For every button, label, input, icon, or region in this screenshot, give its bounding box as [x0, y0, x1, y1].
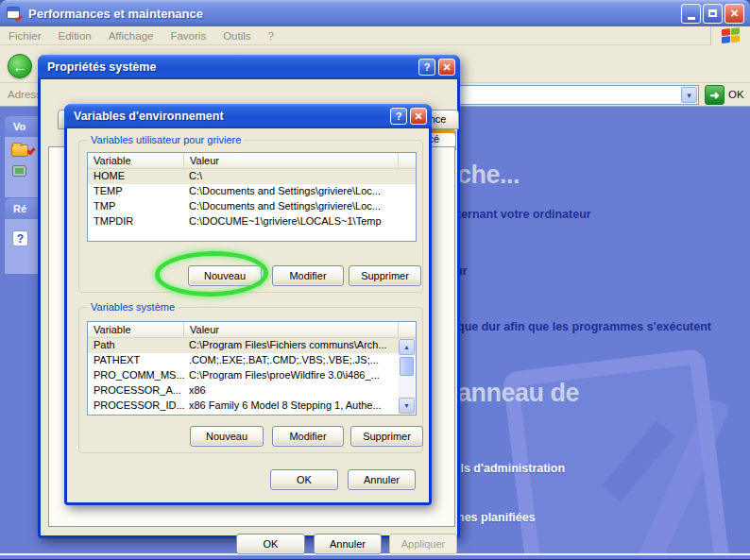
address-dropdown-button[interactable]: ▾	[681, 87, 697, 103]
user-modifier-button[interactable]: Modifier	[272, 265, 344, 286]
go-arrow-icon: ➜	[709, 89, 719, 102]
arrow-down-icon: ▼	[403, 402, 410, 409]
user-variables-label: Variables utilisateur pour griviere	[88, 134, 244, 145]
column-header-variable[interactable]: Variable	[88, 153, 184, 168]
menu-bar: Fichier Edition Affichage Favoris Outils…	[0, 26, 750, 45]
table-row[interactable]: PathC:\Program Files\Fichiers communs\Ar…	[88, 338, 416, 353]
window-bottom-strip	[0, 555, 750, 560]
page-heading-control-panel: anneau de	[457, 379, 579, 408]
table-row[interactable]: TMPDIRC:\DOCUME~1\griviere\LOCALS~1\Temp	[88, 214, 416, 229]
menu-aide[interactable]: ?	[260, 30, 282, 42]
task-link-1[interactable]: ternant votre ordinateur	[457, 208, 591, 221]
panel-link-admin-tools[interactable]: ils d'administration	[457, 462, 565, 475]
list-header: Variable Valeur	[88, 153, 416, 169]
scroll-up-button[interactable]: ▲	[399, 339, 415, 355]
column-header-valeur[interactable]: Valeur	[184, 153, 399, 168]
dialog-close-button[interactable]: ✕	[410, 108, 427, 125]
help-icon: ?	[424, 61, 431, 73]
system-icon[interactable]	[12, 165, 26, 177]
close-icon: ✕	[442, 61, 451, 74]
env-vars-title: Variables d'environnement	[74, 110, 224, 123]
panel-link-scheduled-tasks[interactable]: hes planifiées	[457, 511, 536, 524]
vertical-scrollbar[interactable]: ▲ ▼	[399, 339, 415, 414]
sysprops-apply-button: Appliquer	[389, 534, 457, 554]
arrow-up-icon: ▲	[403, 344, 410, 350]
maximize-button[interactable]	[703, 4, 723, 24]
close-button[interactable]: ✕	[724, 4, 744, 24]
back-icon: ←	[13, 59, 27, 75]
env-vars-body: Variables utilisateur pour griviere Vari…	[67, 128, 429, 502]
environment-variables-dialog: Variables d'environnement ? ✕ Variables …	[64, 104, 432, 505]
list-header: Variable Valeur	[88, 322, 416, 338]
envvars-ok-button[interactable]: OK	[270, 469, 338, 490]
system-supprimer-button[interactable]: Supprimer	[350, 426, 423, 447]
maximize-icon	[708, 9, 717, 17]
system-properties-title: Propriétés système	[47, 60, 156, 74]
sysprops-ok-button[interactable]: OK	[236, 534, 305, 554]
menu-affichage[interactable]: Affichage	[100, 30, 162, 42]
help-icon: ?	[396, 110, 402, 122]
go-button-label: OK	[728, 89, 744, 100]
table-row[interactable]: PRO_COMM_MS...C:\Program Files\proeWildf…	[88, 368, 416, 383]
table-row[interactable]: PROCESSOR_ID...x86 Family 6 Model 8 Step…	[88, 399, 416, 414]
menu-fichier[interactable]: Fichier	[0, 30, 50, 42]
column-header-valeur[interactable]: Valeur	[184, 322, 399, 337]
system-properties-titlebar[interactable]: Propriétés système ? ✕	[38, 55, 460, 79]
windows-logo	[710, 26, 750, 45]
envvars-cancel-button[interactable]: Annuler	[348, 469, 416, 490]
scrollbar-thumb[interactable]	[400, 357, 414, 376]
window-title: Performances et maintenance	[28, 7, 203, 21]
help-icon[interactable]: ?	[12, 230, 28, 246]
back-button[interactable]: ←	[8, 54, 32, 78]
minimize-icon	[688, 17, 695, 20]
menu-favoris[interactable]: Favoris	[162, 30, 214, 42]
table-row[interactable]: TMPC:\Documents and Settings\griviere\Lo…	[88, 199, 416, 214]
window-titlebar[interactable]: Performances et maintenance ✕	[0, 0, 750, 26]
minimize-button[interactable]	[681, 4, 701, 24]
column-header-variable[interactable]: Variable	[88, 322, 184, 337]
system-variables-group: Variables système Variable Valeur PathC:…	[78, 307, 423, 453]
menu-outils[interactable]: Outils	[214, 30, 259, 42]
close-icon: ✕	[414, 110, 422, 123]
user-supprimer-button[interactable]: Supprimer	[349, 265, 421, 286]
go-button[interactable]: ➜	[705, 85, 724, 105]
performances-maintenance-window: Performances et maintenance ✕ Fichier Ed…	[0, 0, 750, 560]
system-modifier-button[interactable]: Modifier	[272, 426, 344, 447]
page-heading-task: che...	[457, 161, 520, 190]
dialog-help-button[interactable]: ?	[418, 59, 435, 76]
table-row[interactable]: TEMPC:\Documents and Settings\griviere\L…	[88, 184, 416, 199]
user-variables-list[interactable]: Variable Valeur HOMEC:\ TEMPC:\Documents…	[87, 152, 417, 242]
env-vars-titlebar[interactable]: Variables d'environnement ? ✕	[64, 104, 432, 128]
close-icon: ✕	[730, 8, 739, 20]
app-icon	[6, 6, 23, 21]
system-variables-label: Variables système	[88, 301, 178, 313]
table-row[interactable]: HOMEC:\	[88, 169, 416, 184]
system-nouveau-button[interactable]: Nouveau	[190, 426, 264, 447]
sysprops-cancel-button[interactable]: Annuler	[314, 534, 382, 554]
folder-check-icon[interactable]	[11, 144, 28, 157]
table-row[interactable]: PROCESSOR_A...x86	[88, 383, 416, 399]
task-link-3[interactable]: que dur afin que les programmes s'exécut…	[457, 320, 711, 333]
dialog-help-button[interactable]: ?	[390, 108, 407, 125]
dialog-close-button[interactable]: ✕	[438, 59, 455, 76]
system-variables-list[interactable]: Variable Valeur PathC:\Program Files\Fic…	[87, 321, 417, 416]
scroll-down-button[interactable]: ▼	[399, 398, 415, 414]
windows-flag-icon	[722, 27, 741, 44]
menu-edition[interactable]: Edition	[50, 30, 100, 42]
table-row[interactable]: PATHEXT.COM;.EXE;.BAT;.CMD;.VBS;.VBE;.JS…	[88, 353, 416, 368]
chevron-down-icon: ▾	[687, 91, 691, 100]
